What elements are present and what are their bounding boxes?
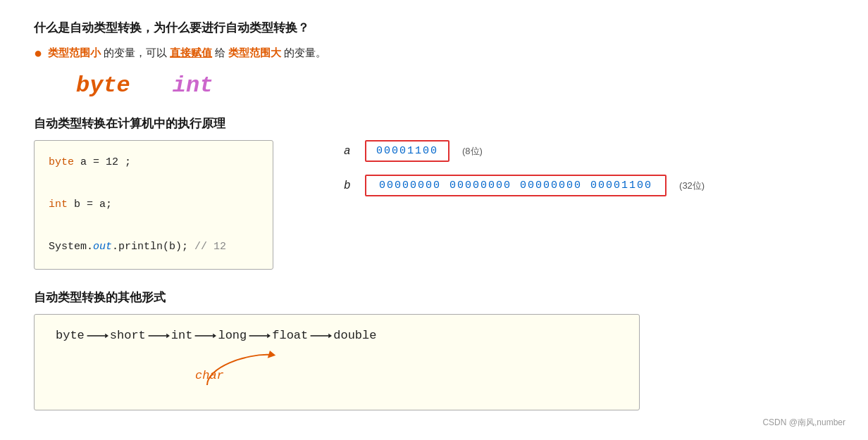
code-rest-1: a = 12 ; (80, 156, 131, 168)
code-block: byte a = 12 ; int b = a; System.out.prin… (34, 140, 273, 270)
a-bits-box: 00001100 (365, 140, 450, 162)
arrow-3 (194, 331, 216, 341)
svg-marker-1 (105, 333, 108, 337)
code-line-blank1 (49, 173, 259, 194)
chain-long: long (218, 329, 247, 342)
chain-int: int (171, 329, 193, 342)
chain-double: double (333, 329, 376, 342)
code-system: System. (49, 241, 93, 253)
code-line-1: byte a = 12 ; (49, 152, 259, 173)
bullet-underline: 直接赋值 (170, 46, 212, 60)
section3-area: 自动类型转换的其他形式 byte short int (34, 289, 834, 410)
code-line-blank2 (49, 215, 259, 237)
b-bits-2: 00000000 (520, 180, 582, 191)
bullet-post1: 给 (215, 46, 225, 60)
a-bits-label: (8位) (462, 145, 483, 158)
type-int-label: int (173, 73, 213, 99)
bullet-dot: ● (34, 46, 42, 60)
svg-marker-10 (266, 350, 276, 358)
conversion-box: byte short int (34, 314, 640, 410)
svg-marker-3 (166, 333, 170, 337)
arrow-2 (147, 331, 170, 341)
b-label: b (344, 180, 355, 192)
code-rest-2: b = a; (74, 199, 112, 210)
bullet-post3: 的变量。 (284, 46, 326, 60)
chain-float: float (272, 329, 308, 342)
b-bits-label: (32位) (679, 180, 705, 192)
chain-short: short (110, 329, 146, 342)
b-bits-1: 00000000 (450, 180, 512, 191)
section2-content: byte a = 12 ; int b = a; System.out.prin… (34, 140, 834, 270)
code-out: out (93, 241, 112, 253)
arrow-4 (248, 331, 271, 341)
conversion-chain: byte short int (56, 329, 618, 342)
keyword-byte: byte (49, 156, 74, 168)
svg-marker-9 (328, 333, 332, 337)
b-bits-3: 00001100 (590, 180, 652, 191)
arrow-5 (309, 331, 332, 341)
bullet-mid: 的变量，可以 (104, 46, 167, 60)
page-title: 什么是自动类型转换，为什么要进行自动类型转换？ (34, 20, 834, 36)
code-println: .println(b); (112, 241, 194, 253)
bullet-line: ● 类型范围小 的变量，可以 直接赋值 给 类型范围大 的变量。 (34, 46, 834, 60)
char-row: char (56, 346, 618, 389)
b-bits-0: 00000000 (379, 180, 441, 191)
char-arrow-svg (168, 346, 309, 392)
bit-row-a: a 00001100 (8位) (344, 140, 705, 162)
arrow-1 (86, 331, 108, 341)
section3-title: 自动类型转换的其他形式 (34, 289, 834, 306)
bit-row-b: b 00000000 00000000 00000000 00001100 (3… (344, 175, 705, 196)
bullet-large-type: 类型范围大 (228, 46, 281, 60)
b-bits-box: 00000000 00000000 00000000 00001100 (365, 175, 666, 196)
code-line-3: System.out.println(b); // 12 (49, 237, 259, 258)
a-label: a (344, 145, 355, 158)
keyword-int: int (49, 199, 68, 210)
type-byte-label: byte (76, 73, 130, 99)
a-bits-value: 00001100 (376, 145, 438, 157)
watermark: CSDN @南风,number (762, 417, 845, 429)
svg-marker-5 (213, 333, 217, 337)
section2-title: 自动类型转换在计算机中的执行原理 (34, 115, 834, 132)
type-display: byte int (76, 73, 834, 99)
svg-marker-7 (267, 333, 271, 337)
bullet-small-type: 类型范围小 (48, 46, 101, 60)
code-comment: // 12 (194, 241, 226, 253)
execution-area: a 00001100 (8位) b 00000000 00000000 0000… (344, 140, 705, 196)
chain-byte: byte (56, 329, 85, 342)
code-line-2: int b = a; (49, 194, 259, 215)
